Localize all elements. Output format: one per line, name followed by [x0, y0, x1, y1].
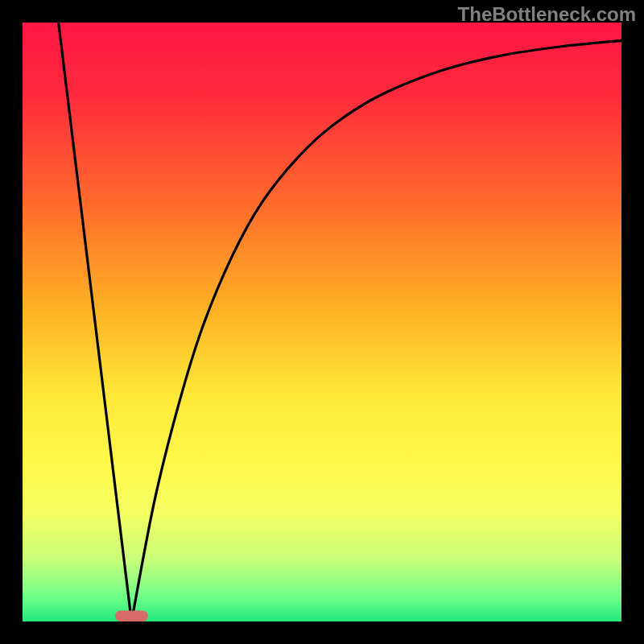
chart-svg — [0, 0, 644, 644]
watermark-text: TheBottleneck.com — [458, 3, 636, 26]
gradient-background — [23, 23, 621, 621]
svg-rect-3 — [621, 0, 644, 644]
svg-rect-1 — [0, 621, 644, 644]
svg-rect-5 — [115, 611, 148, 621]
bottleneck-chart: TheBottleneck.com — [0, 0, 644, 644]
svg-rect-2 — [0, 0, 23, 644]
optimal-marker — [115, 611, 148, 621]
